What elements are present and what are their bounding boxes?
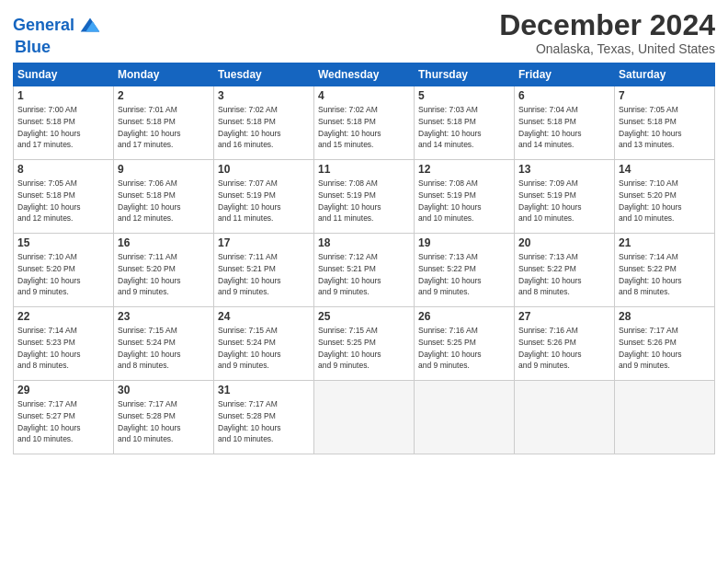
day-number: 23 (118, 310, 210, 323)
calendar-cell (515, 380, 615, 454)
day-number: 15 (17, 236, 109, 249)
day-number: 8 (17, 163, 109, 176)
day-number: 2 (118, 89, 210, 102)
day-number: 14 (619, 163, 711, 176)
calendar-cell: 22 Sunrise: 7:14 AMSunset: 5:23 PMDaylig… (14, 306, 114, 380)
day-number: 28 (619, 310, 711, 323)
calendar-cell: 13 Sunrise: 7:09 AMSunset: 5:19 PMDaylig… (515, 159, 615, 233)
day-info: Sunrise: 7:15 AMSunset: 5:25 PMDaylight:… (318, 326, 381, 371)
calendar-cell: 5 Sunrise: 7:03 AMSunset: 5:18 PMDayligh… (415, 86, 515, 159)
calendar-cell: 9 Sunrise: 7:06 AMSunset: 5:18 PMDayligh… (114, 159, 214, 233)
day-number: 31 (218, 384, 310, 396)
day-info: Sunrise: 7:04 AMSunset: 5:18 PMDaylight:… (518, 105, 582, 150)
day-number: 10 (218, 163, 310, 176)
logo-text: General (13, 17, 74, 35)
day-info: Sunrise: 7:17 AMSunset: 5:28 PMDaylight:… (218, 399, 281, 444)
day-info: Sunrise: 7:08 AMSunset: 5:19 PMDaylight:… (318, 178, 381, 224)
title-block: December 2024 Onalaska, Texas, United St… (499, 9, 715, 56)
calendar-cell (615, 380, 715, 454)
calendar-header-row: SundayMondayTuesdayWednesdayThursdayFrid… (14, 63, 715, 86)
day-info: Sunrise: 7:00 AMSunset: 5:18 PMDaylight:… (17, 105, 81, 150)
day-number: 5 (418, 89, 510, 102)
day-number: 27 (518, 310, 610, 323)
day-info: Sunrise: 7:11 AMSunset: 5:21 PMDaylight:… (218, 252, 281, 297)
calendar-cell: 23 Sunrise: 7:15 AMSunset: 5:24 PMDaylig… (114, 306, 214, 380)
calendar-cell: 4 Sunrise: 7:02 AMSunset: 5:18 PMDayligh… (314, 86, 415, 159)
calendar-cell: 7 Sunrise: 7:05 AMSunset: 5:18 PMDayligh… (615, 86, 715, 159)
calendar-cell: 2 Sunrise: 7:01 AMSunset: 5:18 PMDayligh… (114, 86, 214, 159)
day-info: Sunrise: 7:10 AMSunset: 5:20 PMDaylight:… (619, 178, 682, 224)
day-number: 13 (518, 163, 610, 176)
day-info: Sunrise: 7:13 AMSunset: 5:22 PMDaylight:… (518, 252, 582, 297)
calendar-cell: 30 Sunrise: 7:17 AMSunset: 5:28 PMDaylig… (114, 380, 214, 454)
page-container: General Blue December 2024 Onalaska, Tex… (0, 0, 728, 464)
day-info: Sunrise: 7:05 AMSunset: 5:18 PMDaylight:… (17, 178, 81, 224)
location: Onalaska, Texas, United States (499, 41, 715, 56)
logo: General Blue (13, 13, 103, 57)
day-info: Sunrise: 7:17 AMSunset: 5:28 PMDaylight:… (118, 399, 181, 444)
calendar-header-friday: Friday (515, 63, 615, 86)
day-info: Sunrise: 7:12 AMSunset: 5:21 PMDaylight:… (318, 252, 381, 297)
calendar-cell: 26 Sunrise: 7:16 AMSunset: 5:25 PMDaylig… (415, 306, 515, 380)
calendar-cell: 1 Sunrise: 7:00 AMSunset: 5:18 PMDayligh… (14, 86, 114, 159)
day-number: 26 (418, 310, 510, 323)
calendar-cell: 19 Sunrise: 7:13 AMSunset: 5:22 PMDaylig… (415, 233, 515, 306)
calendar-week-2: 8 Sunrise: 7:05 AMSunset: 5:18 PMDayligh… (14, 159, 715, 233)
day-number: 16 (118, 236, 210, 249)
day-info: Sunrise: 7:15 AMSunset: 5:24 PMDaylight:… (118, 326, 181, 371)
calendar-cell: 25 Sunrise: 7:15 AMSunset: 5:25 PMDaylig… (314, 306, 415, 380)
calendar-week-3: 15 Sunrise: 7:10 AMSunset: 5:20 PMDaylig… (14, 233, 715, 306)
day-info: Sunrise: 7:14 AMSunset: 5:22 PMDaylight:… (619, 252, 682, 297)
calendar-cell: 20 Sunrise: 7:13 AMSunset: 5:22 PMDaylig… (515, 233, 615, 306)
day-info: Sunrise: 7:16 AMSunset: 5:25 PMDaylight:… (418, 326, 482, 371)
calendar-cell: 28 Sunrise: 7:17 AMSunset: 5:26 PMDaylig… (615, 306, 715, 380)
day-number: 9 (118, 163, 210, 176)
calendar-week-1: 1 Sunrise: 7:00 AMSunset: 5:18 PMDayligh… (14, 86, 715, 159)
day-number: 20 (518, 236, 610, 249)
day-number: 29 (17, 384, 109, 396)
calendar-cell: 17 Sunrise: 7:11 AMSunset: 5:21 PMDaylig… (214, 233, 314, 306)
calendar-header-saturday: Saturday (615, 63, 715, 86)
calendar-header-thursday: Thursday (415, 63, 515, 86)
calendar-cell: 12 Sunrise: 7:08 AMSunset: 5:19 PMDaylig… (415, 159, 515, 233)
month-title: December 2024 (499, 9, 715, 41)
logo-text-blue: Blue (15, 38, 51, 56)
day-number: 17 (218, 236, 310, 249)
day-info: Sunrise: 7:08 AMSunset: 5:19 PMDaylight:… (418, 178, 482, 224)
day-info: Sunrise: 7:06 AMSunset: 5:18 PMDaylight:… (118, 178, 181, 224)
calendar-header-sunday: Sunday (14, 63, 114, 86)
day-number: 11 (318, 163, 410, 176)
day-number: 25 (318, 310, 410, 323)
calendar-week-4: 22 Sunrise: 7:14 AMSunset: 5:23 PMDaylig… (14, 306, 715, 380)
calendar-cell: 3 Sunrise: 7:02 AMSunset: 5:18 PMDayligh… (214, 86, 314, 159)
day-number: 4 (318, 89, 410, 102)
calendar-table: SundayMondayTuesdayWednesdayThursdayFrid… (13, 63, 715, 454)
calendar-cell: 16 Sunrise: 7:11 AMSunset: 5:20 PMDaylig… (114, 233, 214, 306)
day-info: Sunrise: 7:13 AMSunset: 5:22 PMDaylight:… (418, 252, 482, 297)
day-info: Sunrise: 7:07 AMSunset: 5:19 PMDaylight:… (218, 178, 281, 224)
calendar-cell (314, 380, 415, 454)
day-info: Sunrise: 7:02 AMSunset: 5:18 PMDaylight:… (218, 105, 281, 150)
day-info: Sunrise: 7:03 AMSunset: 5:18 PMDaylight:… (418, 105, 482, 150)
calendar-cell: 15 Sunrise: 7:10 AMSunset: 5:20 PMDaylig… (14, 233, 114, 306)
calendar-cell: 18 Sunrise: 7:12 AMSunset: 5:21 PMDaylig… (314, 233, 415, 306)
day-number: 21 (619, 236, 711, 249)
day-number: 1 (17, 89, 109, 102)
day-number: 12 (418, 163, 510, 176)
calendar-cell: 29 Sunrise: 7:17 AMSunset: 5:27 PMDaylig… (14, 380, 114, 454)
day-number: 24 (218, 310, 310, 323)
day-info: Sunrise: 7:15 AMSunset: 5:24 PMDaylight:… (218, 326, 281, 371)
calendar-cell (415, 380, 515, 454)
calendar-cell: 21 Sunrise: 7:14 AMSunset: 5:22 PMDaylig… (615, 233, 715, 306)
day-info: Sunrise: 7:02 AMSunset: 5:18 PMDaylight:… (318, 105, 381, 150)
calendar-cell: 10 Sunrise: 7:07 AMSunset: 5:19 PMDaylig… (214, 159, 314, 233)
day-info: Sunrise: 7:16 AMSunset: 5:26 PMDaylight:… (518, 326, 582, 371)
day-info: Sunrise: 7:14 AMSunset: 5:23 PMDaylight:… (17, 326, 81, 371)
day-number: 7 (619, 89, 711, 102)
calendar-cell: 6 Sunrise: 7:04 AMSunset: 5:18 PMDayligh… (515, 86, 615, 159)
calendar-cell: 11 Sunrise: 7:08 AMSunset: 5:19 PMDaylig… (314, 159, 415, 233)
header: General Blue December 2024 Onalaska, Tex… (13, 9, 715, 57)
calendar-cell: 14 Sunrise: 7:10 AMSunset: 5:20 PMDaylig… (615, 159, 715, 233)
calendar-cell: 31 Sunrise: 7:17 AMSunset: 5:28 PMDaylig… (214, 380, 314, 454)
day-number: 18 (318, 236, 410, 249)
